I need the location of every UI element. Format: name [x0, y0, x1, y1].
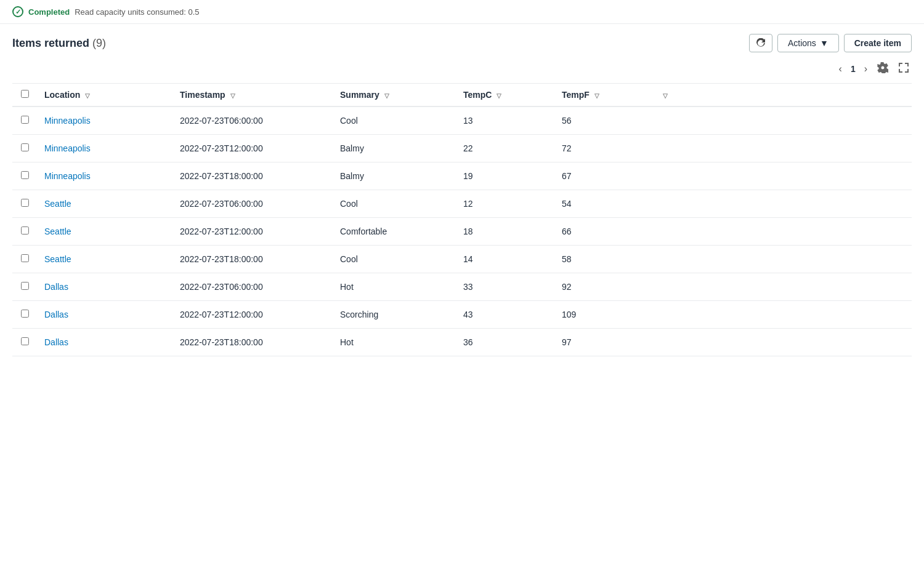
- cell-location: Dallas: [37, 301, 172, 329]
- items-count: (9): [92, 37, 106, 49]
- create-item-button[interactable]: Create item: [844, 34, 912, 52]
- location-link[interactable]: Dallas: [44, 282, 68, 292]
- col-header-summary[interactable]: Summary ▽: [333, 84, 456, 107]
- pagination-bar: ‹ 1 ›: [0, 57, 924, 83]
- cell-tempc: 12: [456, 190, 554, 218]
- cell-timestamp: 2022-07-23T18:00:00: [172, 246, 333, 273]
- next-page-button[interactable]: ›: [862, 62, 870, 76]
- toolbar-actions: Actions ▼ Create item: [749, 34, 912, 52]
- cell-summary: Balmy: [333, 135, 456, 162]
- cell-summary: Cool: [333, 190, 456, 218]
- select-all-header[interactable]: [12, 84, 37, 107]
- row-checkbox-cell[interactable]: [12, 106, 37, 135]
- summary-sort-icon: ▽: [384, 92, 389, 99]
- prev-page-button[interactable]: ‹: [837, 62, 845, 76]
- cell-tempf: 58: [554, 246, 653, 273]
- cell-extra: [653, 135, 912, 162]
- row-checkbox-cell[interactable]: [12, 135, 37, 162]
- cell-tempc: 14: [456, 246, 554, 273]
- cell-location: Seattle: [37, 246, 172, 273]
- current-page: 1: [847, 64, 859, 74]
- row-checkbox[interactable]: [21, 337, 29, 345]
- location-link[interactable]: Dallas: [44, 337, 68, 347]
- row-checkbox[interactable]: [21, 199, 29, 207]
- cell-summary: Hot: [333, 273, 456, 301]
- col-header-timestamp[interactable]: Timestamp ▽: [172, 84, 333, 107]
- row-checkbox-cell[interactable]: [12, 329, 37, 356]
- cell-timestamp: 2022-07-23T06:00:00: [172, 273, 333, 301]
- location-link[interactable]: Dallas: [44, 310, 68, 319]
- row-checkbox[interactable]: [21, 116, 29, 124]
- settings-icon: [877, 62, 888, 73]
- row-checkbox[interactable]: [21, 282, 29, 290]
- location-link[interactable]: Seattle: [44, 254, 71, 264]
- actions-arrow-icon: ▼: [820, 38, 829, 48]
- cell-timestamp: 2022-07-23T18:00:00: [172, 329, 333, 356]
- expand-icon: [898, 62, 909, 73]
- cell-extra: [653, 190, 912, 218]
- expand-button[interactable]: [896, 60, 912, 78]
- row-checkbox-cell[interactable]: [12, 162, 37, 190]
- cell-tempf: 92: [554, 273, 653, 301]
- cell-extra: [653, 246, 912, 273]
- col-header-extra[interactable]: ▽: [653, 84, 912, 107]
- col-header-location[interactable]: Location ▽: [37, 84, 172, 107]
- cell-location: Seattle: [37, 190, 172, 218]
- cell-location: Seattle: [37, 218, 172, 246]
- cell-extra: [653, 218, 912, 246]
- cell-tempc: 18: [456, 218, 554, 246]
- cell-tempf: 97: [554, 329, 653, 356]
- location-link[interactable]: Seattle: [44, 199, 71, 209]
- status-bar: ✓ Completed Read capacity units consumed…: [0, 0, 924, 24]
- cell-location: Dallas: [37, 273, 172, 301]
- location-link[interactable]: Minneapolis: [44, 143, 91, 153]
- cell-summary: Cool: [333, 246, 456, 273]
- cell-summary: Hot: [333, 329, 456, 356]
- row-checkbox[interactable]: [21, 226, 29, 234]
- refresh-button[interactable]: [749, 34, 772, 52]
- page-navigation: ‹ 1 ›: [837, 62, 870, 76]
- row-checkbox[interactable]: [21, 171, 29, 179]
- row-checkbox[interactable]: [21, 310, 29, 318]
- cell-tempf: 56: [554, 106, 653, 135]
- table-row: Dallas 2022-07-23T18:00:00 Hot 36 97: [12, 329, 912, 356]
- cell-tempf: 109: [554, 301, 653, 329]
- row-checkbox[interactable]: [21, 143, 29, 151]
- row-checkbox-cell[interactable]: [12, 301, 37, 329]
- cell-tempc: 36: [456, 329, 554, 356]
- cell-location: Minneapolis: [37, 162, 172, 190]
- table-row: Minneapolis 2022-07-23T12:00:00 Balmy 22…: [12, 135, 912, 162]
- cell-tempf: 66: [554, 218, 653, 246]
- col-header-tempc[interactable]: TempC ▽: [456, 84, 554, 107]
- cell-extra: [653, 301, 912, 329]
- row-checkbox[interactable]: [21, 254, 29, 262]
- col-header-tempf[interactable]: TempF ▽: [554, 84, 653, 107]
- read-capacity-text: Read capacity units consumed: 0.5: [75, 7, 199, 17]
- completed-label: Completed: [28, 7, 70, 17]
- cell-tempf: 67: [554, 162, 653, 190]
- cell-location: Minneapolis: [37, 135, 172, 162]
- row-checkbox-cell[interactable]: [12, 218, 37, 246]
- location-link[interactable]: Minneapolis: [44, 116, 91, 126]
- table-settings-button[interactable]: [875, 60, 891, 78]
- cell-timestamp: 2022-07-23T12:00:00: [172, 218, 333, 246]
- table-row: Minneapolis 2022-07-23T18:00:00 Balmy 19…: [12, 162, 912, 190]
- location-link[interactable]: Seattle: [44, 226, 71, 236]
- table-row: Dallas 2022-07-23T06:00:00 Hot 33 92: [12, 273, 912, 301]
- row-checkbox-cell[interactable]: [12, 246, 37, 273]
- cell-extra: [653, 106, 912, 135]
- toolbar: Items returned (9) Actions ▼ Create item: [0, 24, 924, 57]
- timestamp-sort-icon: ▽: [230, 92, 235, 99]
- actions-button[interactable]: Actions ▼: [777, 34, 839, 52]
- items-table: Location ▽ Timestamp ▽ Summary ▽ TempC ▽…: [12, 83, 912, 356]
- tempc-sort-icon: ▽: [496, 92, 501, 99]
- cell-extra: [653, 273, 912, 301]
- row-checkbox-cell[interactable]: [12, 190, 37, 218]
- items-title: Items returned (9): [12, 37, 106, 50]
- location-link[interactable]: Minneapolis: [44, 171, 91, 181]
- cell-extra: [653, 162, 912, 190]
- cell-location: Dallas: [37, 329, 172, 356]
- select-all-checkbox[interactable]: [21, 90, 29, 98]
- row-checkbox-cell[interactable]: [12, 273, 37, 301]
- cell-summary: Scorching: [333, 301, 456, 329]
